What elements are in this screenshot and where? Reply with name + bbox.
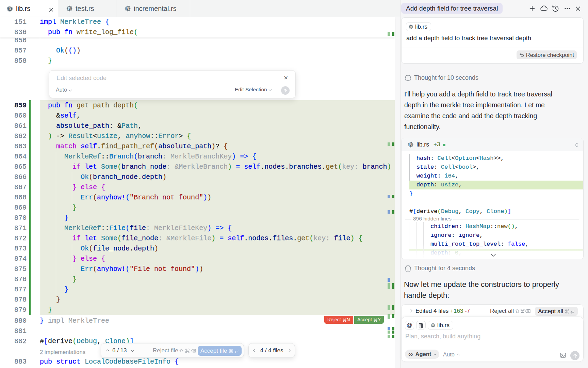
svg-text:R: R	[409, 143, 412, 147]
svg-text:R: R	[410, 25, 412, 28]
svg-text:R: R	[432, 324, 434, 327]
svg-text:R: R	[68, 7, 71, 11]
svg-text:R: R	[126, 7, 129, 11]
svg-text:R: R	[9, 7, 11, 11]
